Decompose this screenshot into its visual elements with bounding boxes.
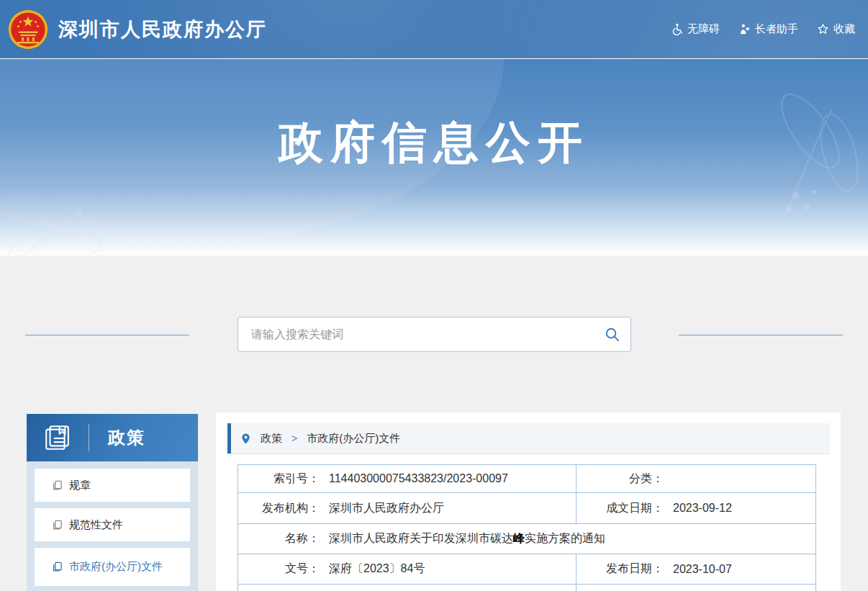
- sidebar-item-municipal-gov-documents[interactable]: 市政府(办公厅)文件: [35, 548, 190, 586]
- policy-sidebar: 政策 规章 规范性文件: [27, 414, 198, 591]
- table-row: 索引号： 114403000075433823/2023-00097 分类：: [238, 465, 816, 493]
- index-number-label: 索引号：: [238, 472, 320, 487]
- elder-assist-link[interactable]: 长者助手: [738, 22, 798, 36]
- publish-date-cell: 发布日期： 2023-10-07: [577, 554, 816, 585]
- sidebar-title: 政策: [108, 426, 145, 449]
- star-icon: [817, 23, 829, 35]
- document-name-label: 名称：: [238, 531, 320, 546]
- written-date-cell: 成文日期： 2023-09-12: [577, 493, 816, 524]
- breadcrumb-separator: >: [291, 433, 297, 444]
- search-button[interactable]: [593, 317, 630, 351]
- empty-cell: [238, 585, 577, 591]
- breadcrumb-item-current: 市政府(办公厅)文件: [307, 432, 400, 446]
- publish-date-value: 2023-10-07: [673, 563, 732, 576]
- location-pin-icon: [240, 433, 251, 445]
- issuing-agency-cell: 发布机构： 深圳市人民政府办公厅: [238, 493, 577, 524]
- accessibility-icon: [671, 23, 683, 35]
- sidebar-list: 规章 规范性文件 市政府(办公厅)文件: [27, 461, 198, 586]
- empty-cell: [577, 585, 816, 591]
- search-box: [238, 317, 631, 352]
- page-banner: 政府信息公开: [0, 58, 868, 256]
- sidebar-item-label: 规章: [69, 479, 91, 492]
- banner-title: 政府信息公开: [0, 112, 868, 173]
- page: 深圳市人民政府办公厅 无障碍 长者助手: [0, 0, 868, 591]
- elder-assist-icon: [738, 23, 751, 35]
- search-icon: [605, 327, 620, 342]
- breadcrumb: 政策 > 市政府(办公厅)文件: [227, 423, 830, 454]
- document-icon: [52, 480, 63, 491]
- written-date-label: 成文日期：: [577, 501, 664, 516]
- sidebar-item-label: 规范性文件: [69, 518, 123, 532]
- index-number-value: 114403000075433823/2023-00097: [329, 472, 508, 485]
- index-number-cell: 索引号： 114403000075433823/2023-00097: [238, 465, 577, 493]
- site-title: 深圳市人民政府办公厅: [58, 17, 267, 42]
- issuing-agency-value: 深圳市人民政府办公厅: [329, 501, 444, 516]
- elder-assist-label: 长者助手: [755, 22, 798, 36]
- breadcrumb-item-policy[interactable]: 政策: [261, 432, 282, 446]
- decor-line-left: [25, 335, 189, 335]
- document-name-cell: 名称： 深圳市人民政府关于印发深圳市碳达峰实施方案的通知: [238, 524, 816, 554]
- accessibility-link[interactable]: 无障碍: [671, 22, 720, 36]
- top-header-bar: 深圳市人民政府办公厅 无障碍 长者助手: [0, 0, 868, 58]
- sidebar-item-regulations[interactable]: 规章: [35, 469, 190, 502]
- accessibility-label: 无障碍: [687, 22, 720, 36]
- written-date-value: 2023-09-12: [673, 502, 732, 515]
- issuing-agency-label: 发布机构：: [238, 501, 320, 516]
- document-icon: [52, 520, 63, 531]
- search-input[interactable]: [238, 328, 593, 341]
- document-info-table: 索引号： 114403000075433823/2023-00097 分类： 发…: [238, 464, 816, 591]
- document-number-cell: 文号： 深府〔2023〕84号: [238, 554, 577, 585]
- national-emblem-logo: [8, 9, 48, 50]
- favorite-label: 收藏: [833, 22, 855, 36]
- sidebar-header: 政策: [27, 414, 198, 461]
- sidebar-header-divider: [89, 424, 89, 451]
- favorite-link[interactable]: 收藏: [817, 22, 855, 36]
- category-label: 分类：: [577, 472, 664, 487]
- sidebar-item-label: 市政府(办公厅)文件: [69, 560, 163, 574]
- main-content-panel: 政策 > 市政府(办公厅)文件 索引号： 114403000075433823/…: [216, 412, 841, 591]
- decor-line-right: [679, 335, 843, 335]
- publish-date-label: 发布日期：: [577, 561, 664, 577]
- breadcrumb-accent-bar: [227, 423, 231, 454]
- table-row: 发布机构： 深圳市人民政府办公厅 成文日期： 2023-09-12: [238, 493, 816, 524]
- document-number-value: 深府〔2023〕84号: [329, 561, 425, 577]
- document-number-label: 文号：: [238, 561, 320, 577]
- document-icon: [52, 561, 63, 572]
- category-cell: 分类：: [577, 465, 816, 493]
- sidebar-item-normative-documents[interactable]: 规范性文件: [35, 508, 190, 541]
- table-row-partial: [238, 585, 816, 591]
- table-row: 文号： 深府〔2023〕84号 发布日期： 2023-10-07: [238, 554, 816, 585]
- book-icon: [42, 423, 73, 453]
- topbar-links: 无障碍 长者助手 收藏: [671, 22, 855, 36]
- document-name-value: 深圳市人民政府关于印发深圳市碳达峰实施方案的通知: [329, 531, 605, 546]
- table-row: 名称： 深圳市人民政府关于印发深圳市碳达峰实施方案的通知: [238, 524, 816, 554]
- search-highlight: 峰: [513, 532, 525, 544]
